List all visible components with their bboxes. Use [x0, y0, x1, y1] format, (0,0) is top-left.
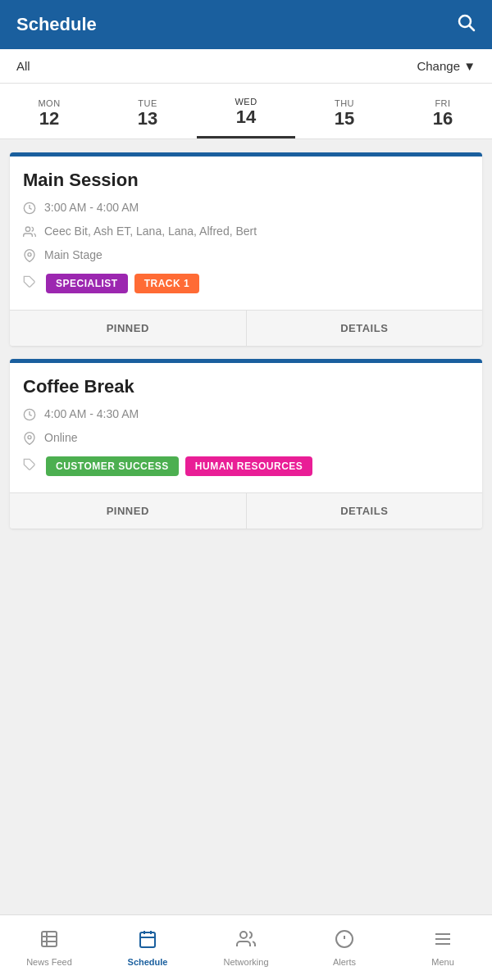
- filter-bar: All Change ▼: [0, 49, 492, 84]
- day-selector: MON 12 TUE 13 WED 14 THU 15 FRI 16: [0, 84, 492, 139]
- nav-schedule-label: Schedule: [128, 957, 168, 967]
- svg-point-17: [240, 932, 247, 938]
- networking-icon: [236, 929, 256, 954]
- clock-icon: [23, 202, 36, 218]
- speakers-row: Ceec Bit, Ash ET, Lana, Lana, Alfred, Be…: [23, 225, 469, 242]
- session-card-main-session: Main Session 3:00 AM - 4:00 AM: [10, 152, 482, 346]
- tag-track1: TRACK 1: [134, 274, 200, 293]
- nav-alerts[interactable]: Alerts: [295, 923, 394, 973]
- session-location: Online: [44, 431, 77, 444]
- tag-specialist: SPECIALIST: [46, 274, 128, 293]
- search-icon[interactable]: [456, 12, 476, 37]
- nav-networking-label: Networking: [223, 957, 268, 967]
- alerts-icon: [335, 929, 354, 954]
- tag-human-resources: HUMAN RESOURCES: [185, 456, 313, 476]
- tags-row: SPECIALIST TRACK 1: [23, 274, 469, 293]
- tags-row: CUSTOMER SUCCESS HUMAN RESOURCES: [23, 456, 469, 476]
- menu-icon: [433, 929, 453, 954]
- pinned-button[interactable]: PINNED: [10, 311, 247, 346]
- svg-rect-9: [42, 932, 57, 946]
- card-body: Coffee Break 4:00 AM - 4:30 AM: [10, 363, 482, 492]
- nav-alerts-label: Alerts: [333, 957, 356, 967]
- tag-icon: [23, 275, 36, 292]
- session-speakers: Ceec Bit, Ash ET, Lana, Lana, Alfred, Be…: [44, 225, 257, 238]
- nav-networking[interactable]: Networking: [197, 923, 295, 973]
- svg-point-4: [28, 253, 31, 256]
- tag-customer-success: CUSTOMER SUCCESS: [46, 456, 179, 476]
- session-time: 3:00 AM - 4:00 AM: [44, 201, 139, 214]
- card-body: Main Session 3:00 AM - 4:00 AM: [10, 157, 482, 310]
- location-row: Main Stage: [23, 248, 469, 265]
- details-button[interactable]: DETAILS: [247, 493, 483, 529]
- tag-icon: [23, 458, 36, 474]
- session-location: Main Stage: [44, 248, 102, 261]
- header: Schedule: [0, 0, 492, 49]
- day-tuesday[interactable]: TUE 13: [98, 92, 197, 138]
- pinned-button[interactable]: PINNED: [10, 493, 247, 529]
- location-icon: [23, 432, 36, 448]
- day-thursday[interactable]: THU 15: [295, 92, 394, 138]
- svg-rect-13: [140, 932, 155, 947]
- filter-change-button[interactable]: Change ▼: [417, 59, 476, 73]
- schedule-icon: [138, 929, 157, 954]
- session-time: 4:00 AM - 4:30 AM: [44, 407, 139, 420]
- svg-point-7: [28, 436, 31, 439]
- card-actions: PINNED DETAILS: [10, 492, 482, 529]
- nav-schedule[interactable]: Schedule: [98, 923, 197, 973]
- details-button[interactable]: DETAILS: [247, 311, 483, 346]
- header-title: Schedule: [16, 14, 97, 35]
- day-wednesday[interactable]: WED 14: [197, 90, 295, 138]
- filter-all-label: All: [16, 59, 30, 73]
- nav-menu-label: Menu: [431, 957, 454, 967]
- news-feed-icon: [39, 929, 59, 954]
- nav-news-feed-label: News Feed: [26, 957, 72, 967]
- svg-line-1: [470, 26, 475, 31]
- nav-menu[interactable]: Menu: [394, 923, 492, 973]
- time-row: 4:00 AM - 4:30 AM: [23, 407, 469, 424]
- svg-point-3: [25, 227, 30, 231]
- time-row: 3:00 AM - 4:00 AM: [23, 201, 469, 218]
- location-icon: [23, 249, 36, 265]
- location-row: Online: [23, 431, 469, 448]
- card-actions: PINNED DETAILS: [10, 310, 482, 346]
- clock-icon: [23, 408, 36, 424]
- day-monday[interactable]: MON 12: [0, 92, 98, 138]
- content-area: Main Session 3:00 AM - 4:00 AM: [0, 139, 492, 713]
- session-card-coffee-break: Coffee Break 4:00 AM - 4:30 AM: [10, 359, 482, 529]
- bottom-nav: News Feed Schedule Networking: [0, 914, 492, 980]
- session-title: Coffee Break: [23, 376, 469, 397]
- session-title: Main Session: [23, 170, 469, 191]
- nav-news-feed[interactable]: News Feed: [0, 923, 98, 973]
- speakers-icon: [23, 225, 36, 242]
- day-friday[interactable]: FRI 16: [394, 92, 492, 138]
